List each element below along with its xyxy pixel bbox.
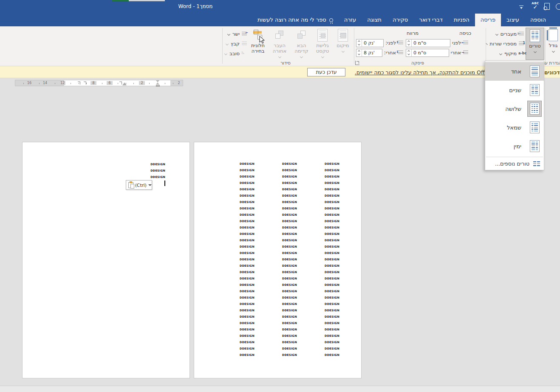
columns-menu-item-two[interactable]: שניים (485, 81, 544, 99)
paragraph-dialog-launcher-icon[interactable] (355, 61, 359, 65)
tab-mailings[interactable]: דברי דואר (413, 14, 448, 26)
document-text-line: DDESIGN (150, 161, 165, 168)
rotate-button[interactable]: ◺ סובב (223, 49, 247, 58)
columns-menu-item-three[interactable]: שלושה (485, 99, 544, 118)
ruler-column-marker[interactable] (84, 82, 86, 85)
chevron-down-icon (300, 55, 303, 58)
send-backward-icon (274, 30, 285, 41)
tab-view[interactable]: תצוגה (362, 14, 387, 26)
document-text-line: DDESIGN (282, 206, 300, 212)
chevron-down-icon (486, 43, 488, 45)
ruler-number: 16 (26, 81, 32, 85)
tab-review[interactable]: סקירה (387, 14, 413, 26)
page1-text-lines: DDESIGNDDESIGNDDESIGN (150, 161, 165, 180)
spinner[interactable] (356, 39, 362, 47)
align-button[interactable]: ⌐ ישר (223, 30, 247, 38)
ruler-margin-marker[interactable] (156, 80, 160, 87)
spellcheck-icon[interactable]: ABC ✓ (530, 2, 540, 12)
document-text-line: DDESIGN (282, 237, 300, 244)
selection-pane-button[interactable]: חלונית בחירה (247, 28, 269, 60)
ruler-number: 14 (42, 81, 48, 85)
spacing-before-field[interactable]: 0 נק' (356, 39, 384, 47)
columns-menu-item-left[interactable]: שמאל (485, 118, 544, 137)
document-text-line: DDESIGN (240, 180, 257, 186)
ruler-column-marker[interactable] (78, 82, 80, 85)
tab-layout[interactable]: פריסה (475, 14, 501, 26)
more-columns-menu-item[interactable]: טורים נוספים... (485, 158, 544, 169)
tab-tell-me[interactable]: ספר לי מה אתה רוצה לעשות (252, 14, 339, 26)
update-message-bar: עדכונים עדכוני Office מוכנים להתקנה, אך … (0, 66, 560, 78)
document-text-line: DDESIGN (325, 180, 342, 186)
spinner[interactable] (406, 39, 412, 47)
document-text-line: DDESIGN (325, 231, 342, 237)
document-text-line: DDESIGN (282, 333, 300, 339)
ruler-column-marker[interactable] (119, 82, 122, 85)
qat-customize-icon[interactable] (519, 6, 523, 9)
chevron-down-icon (533, 50, 536, 53)
document-text-line: DDESIGN (240, 301, 257, 307)
tab-insert[interactable]: הוספה (525, 14, 552, 26)
ruler-number: 2 (139, 81, 145, 85)
ribbon-tab-bar: הוספה עיצוב פריסה הפניות דברי דואר סקירה… (0, 14, 560, 26)
document-text-line: DDESIGN (325, 206, 342, 212)
indent-after-field[interactable]: 0 ס"מ (406, 49, 449, 57)
chevron-down-icon (227, 32, 230, 35)
document-text-line: DDESIGN (325, 352, 342, 358)
ruler-number: 12 (59, 81, 65, 85)
document-text-line: DDESIGN (240, 218, 257, 225)
indent-header: כניסה (448, 30, 482, 36)
columns-left-icon (527, 119, 542, 135)
indent-before-field[interactable]: 0 ס"מ (406, 39, 450, 47)
document-page-2[interactable]: DDESIGNDDESIGNDDESIGNDDESIGNDDESIGNDDESI… (194, 142, 362, 378)
document-text-line: DDESIGN (282, 231, 300, 237)
ruler-indent-marker[interactable] (122, 82, 127, 85)
tab-design[interactable]: עיצוב (501, 14, 525, 26)
document-text-line: DDESIGN (282, 339, 300, 346)
breaks-button[interactable]: ⊣ מעברים (487, 30, 524, 38)
document-text-line: DDESIGN (282, 282, 300, 288)
document-page-1[interactable]: DDESIGNDDESIGNDDESIGN (Ctrl) (22, 142, 190, 378)
group-button[interactable]: קבץ (223, 39, 247, 48)
document-text-line: DDESIGN (325, 193, 342, 199)
bring-forward-button[interactable]: הבא קדימה (291, 28, 312, 60)
spinner[interactable] (356, 49, 362, 56)
document-text-line: DDESIGN (282, 180, 300, 186)
wrap-text-icon (317, 29, 328, 42)
undo-icon[interactable] (556, 3, 560, 10)
document-text-line: DDESIGN (282, 307, 300, 314)
line-numbers-button[interactable]: 1 מספרי שורות (487, 39, 524, 48)
columns-two-icon (527, 82, 542, 98)
columns-menu-item-right[interactable]: ימין (485, 137, 544, 155)
document-text-line: DDESIGN (282, 212, 300, 218)
spinner[interactable] (406, 49, 412, 56)
document-text-line: DDESIGN (240, 269, 257, 276)
breaks-icon: ⊣ (518, 31, 524, 37)
document-text-line: DDESIGN (282, 218, 300, 225)
document-text-line: DDESIGN (282, 167, 300, 174)
chevron-down-icon (552, 50, 554, 53)
tab-references[interactable]: הפניות (448, 14, 475, 26)
send-backward-button[interactable]: העבר אחורה (269, 28, 290, 60)
horizontal-ruler: 16 14 12 8 6 2 2 (15, 80, 183, 86)
spacing-after-field[interactable]: 8 נק' (356, 49, 382, 57)
update-now-button[interactable]: עדכן כעת (307, 68, 345, 76)
page-size-button[interactable]: גודל (546, 28, 560, 60)
document-text-line: DDESIGN (240, 161, 257, 167)
columns-menu-item-one[interactable]: אחד (485, 62, 544, 81)
wrap-text-button[interactable]: גלישת טקסט (312, 28, 333, 60)
clipboard-icon (128, 182, 133, 188)
paste-options-button[interactable]: (Ctrl) (126, 180, 152, 190)
document-text-line: DDESIGN (282, 327, 300, 333)
document-text-line: DDESIGN (240, 186, 257, 193)
document-text-line: DDESIGN (282, 263, 300, 269)
hyphenation-button[interactable]: a-bc מיקוף (487, 49, 524, 58)
document-text-line: DDESIGN (240, 282, 257, 288)
print-preview-icon[interactable] (544, 3, 550, 10)
chevron-down-icon (321, 55, 324, 58)
position-button[interactable]: מיקום (333, 28, 353, 60)
line-numbers-icon: 1 (518, 41, 524, 46)
document-text-line: DDESIGN (325, 263, 342, 269)
tab-help[interactable]: עזרה (339, 14, 362, 26)
indent-after-row: → אחרי 0 ס"מ (406, 48, 469, 57)
columns-button[interactable]: טורים (526, 28, 544, 60)
